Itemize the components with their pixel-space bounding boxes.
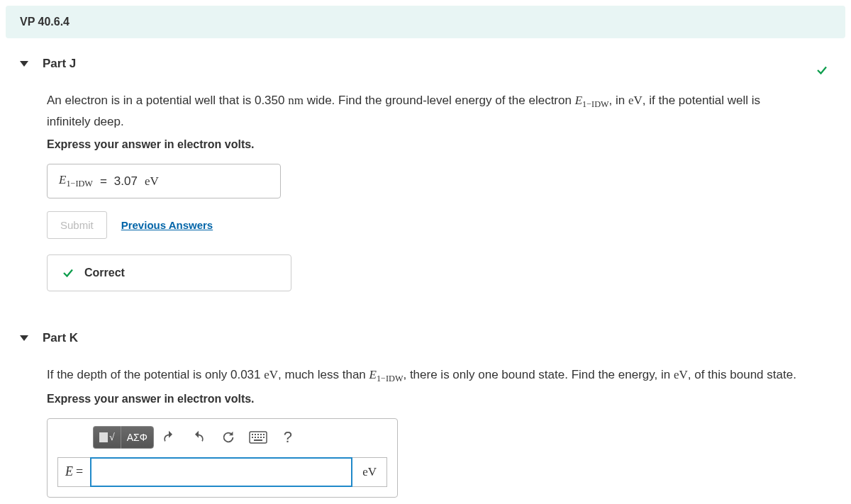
svg-rect-2	[255, 434, 256, 435]
root-icon: √	[109, 432, 115, 443]
fraction-icon	[99, 432, 108, 442]
correct-label: Correct	[84, 267, 125, 279]
svg-rect-7	[255, 437, 256, 438]
part-k-prompt: If the depth of the potential is only 0.…	[47, 365, 804, 386]
previous-answers-link[interactable]: Previous Answers	[121, 219, 213, 231]
assignment-header: VP 40.6.4	[6, 6, 845, 38]
svg-rect-9	[260, 437, 262, 438]
part-j-actions: Submit Previous Answers	[47, 211, 804, 239]
caret-down-icon	[20, 335, 28, 341]
svg-rect-10	[263, 437, 265, 438]
svg-rect-4	[260, 434, 262, 435]
help-button[interactable]: ?	[273, 426, 303, 449]
part-j-body: An electron is in a potential well that …	[6, 84, 845, 313]
part-j-prompt: An electron is in a potential well that …	[47, 91, 804, 133]
answer-lhs: E1−IDW	[59, 173, 93, 189]
check-icon	[62, 267, 74, 279]
part-k-body: If the depth of the potential is only 0.…	[6, 358, 845, 504]
svg-rect-6	[252, 437, 253, 438]
assignment-title: VP 40.6.4	[20, 16, 831, 28]
part-j-title: Part J	[43, 57, 76, 71]
part-k-header[interactable]: Part K	[6, 318, 845, 358]
part-j-section: Part J An electron is in a potential wel…	[6, 44, 845, 313]
part-k-title: Part K	[43, 331, 78, 345]
answer-unit: eV	[352, 457, 387, 487]
submit-button[interactable]: Submit	[47, 211, 107, 239]
part-k-section: Part K If the depth of the potential is …	[6, 318, 845, 504]
caret-down-icon	[20, 61, 28, 67]
svg-rect-5	[263, 434, 265, 435]
reset-button[interactable]	[213, 426, 243, 449]
undo-button[interactable]	[154, 426, 184, 449]
part-j-instruction: Express your answer in electron volts.	[47, 138, 804, 151]
part-j-answer-display: E1−IDW = 3.07 eV	[47, 164, 281, 198]
part-j-header[interactable]: Part J	[6, 44, 845, 84]
svg-rect-1	[252, 434, 253, 435]
answer-lhs: E=	[57, 457, 90, 487]
svg-rect-11	[254, 439, 262, 441]
editor-toolbar: √ ΑΣΦ ?	[50, 422, 394, 453]
greek-button[interactable]: ΑΣΦ	[121, 426, 154, 449]
correct-feedback: Correct	[47, 254, 291, 291]
templates-button[interactable]: √	[93, 426, 121, 449]
check-icon	[816, 64, 828, 77]
svg-rect-8	[257, 437, 259, 438]
answer-editor: √ ΑΣΦ ? E=	[47, 418, 398, 498]
svg-rect-3	[257, 434, 259, 435]
keyboard-button[interactable]	[243, 426, 273, 449]
part-k-instruction: Express your answer in electron volts.	[47, 393, 804, 405]
answer-input[interactable]	[90, 457, 352, 487]
redo-button[interactable]	[184, 426, 213, 449]
answer-input-row: E= eV	[50, 453, 394, 494]
